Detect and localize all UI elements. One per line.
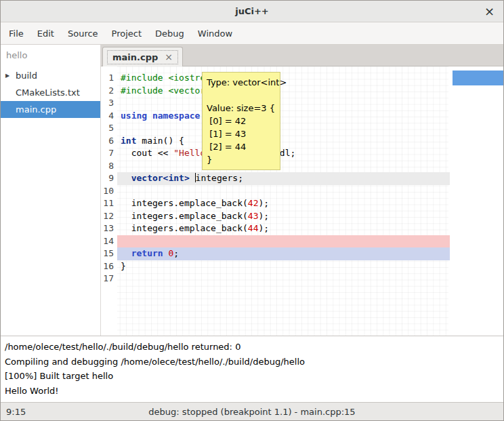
editor-column: main.cpp × 1#include <iostream>2#include…: [101, 45, 503, 336]
menu-file[interactable]: File: [2, 23, 30, 44]
line-number: 7: [101, 147, 117, 160]
status-debug-text: debug: stopped (breakpoint 1.1) - main.c…: [1, 407, 503, 417]
code-text: integers.emplace_back(42);: [117, 197, 450, 210]
line-number: 5: [101, 122, 117, 135]
code-text: using namespace std;: [117, 110, 450, 123]
code-line-3: 3: [101, 97, 503, 110]
tooltip-line: Value: size=3 {: [207, 102, 276, 115]
terminal-line: [100%] Built target hello: [5, 369, 499, 384]
line-number: 11: [101, 197, 117, 210]
code-line-4: 4using namespace std;: [101, 110, 503, 123]
project-name: hello: [1, 45, 100, 67]
code-line-15: 15 return 0;: [101, 247, 503, 260]
code-line-2: 2#include <vector>: [101, 85, 503, 98]
code-line-5: 5: [101, 122, 503, 135]
line-number: 16: [101, 260, 117, 273]
code-text: }: [117, 260, 450, 273]
output-terminal[interactable]: /home/olece/test/hello/./build/debug/hel…: [1, 336, 503, 402]
code-line-1: 1#include <iostream>: [101, 72, 503, 85]
tab-close-icon[interactable]: ×: [165, 52, 173, 62]
file-tree: ▶buildCMakeLists.txtmain.cpp: [1, 67, 100, 118]
code-editor[interactable]: 1#include <iostream>2#include <vector>34…: [101, 66, 503, 336]
line-number: 12: [101, 210, 117, 223]
code-text: int main() {: [117, 135, 450, 148]
sidebar-item-label: build: [16, 71, 37, 81]
code-text: return 0;: [117, 247, 450, 260]
tab-label: main.cpp: [112, 52, 158, 62]
status-bar: debug: stopped (breakpoint 1.1) - main.c…: [1, 402, 503, 420]
close-icon[interactable]: ×: [484, 5, 495, 18]
code-text: [117, 185, 450, 198]
line-number: 2: [101, 85, 117, 98]
titlebar: juCi++ ×: [1, 1, 503, 22]
code-text: integers.emplace_back(43);: [117, 210, 450, 223]
code-text: [117, 122, 450, 135]
code-line-12: 12 integers.emplace_back(43);: [101, 210, 503, 223]
line-number: 17: [101, 273, 117, 285]
sidebar-item-cmakelists-txt[interactable]: CMakeLists.txt: [1, 84, 100, 101]
status-time: 9:15: [1, 407, 26, 417]
line-number: 1: [101, 72, 117, 85]
line-number: 8: [101, 160, 117, 173]
main-area: hello ▶buildCMakeLists.txtmain.cpp main.…: [1, 45, 503, 336]
code-line-14: 14: [101, 235, 503, 248]
expander-icon[interactable]: ▶: [5, 73, 9, 79]
line-number: 6: [101, 135, 117, 148]
tab-main-cpp[interactable]: main.cpp ×: [102, 47, 183, 66]
tab-bar: main.cpp ×: [101, 45, 503, 66]
line-number: 14: [101, 235, 117, 248]
code-text: cout << "Hello World!" << endl;: [117, 147, 450, 160]
code-text: [117, 235, 450, 248]
sidebar-item-label: main.cpp: [16, 104, 56, 115]
line-number: 4: [101, 110, 117, 123]
tooltip-line: [2] = 44: [207, 140, 276, 153]
tooltip-line: Type: vector<int>: [207, 76, 276, 89]
menu-source[interactable]: Source: [61, 23, 105, 44]
code-line-11: 11 integers.emplace_back(42);: [101, 197, 503, 210]
menubar: FileEditSourceProjectDebugWindow: [1, 22, 503, 45]
window-title: juCi++: [235, 6, 269, 16]
menu-window[interactable]: Window: [191, 23, 239, 44]
code-lines: 1#include <iostream>2#include <vector>34…: [101, 72, 503, 285]
menu-project[interactable]: Project: [105, 23, 148, 44]
sidebar-item-build[interactable]: ▶build: [1, 67, 100, 84]
menu-debug[interactable]: Debug: [148, 23, 191, 44]
code-line-10: 10: [101, 185, 503, 198]
sidebar-item-label: CMakeLists.txt: [16, 87, 80, 98]
line-number: 15: [101, 247, 117, 260]
code-text: [117, 160, 450, 173]
tooltip-line: [207, 89, 276, 102]
scrollbar-thumb[interactable]: [453, 71, 503, 85]
app-window: juCi++ × FileEditSourceProjectDebugWindo…: [0, 0, 504, 421]
code-line-13: 13 integers.emplace_back(44);: [101, 222, 503, 235]
tooltip-line: }: [207, 153, 276, 166]
menu-edit[interactable]: Edit: [30, 23, 61, 44]
terminal-line: /home/olece/test/hello/./build/debug/hel…: [5, 340, 499, 355]
line-number: 10: [101, 185, 117, 198]
code-line-6: 6int main() {: [101, 135, 503, 148]
debug-value-tooltip: Type: vector<int> Value: size=3 { [0] = …: [202, 72, 280, 170]
code-line-8: 8: [101, 160, 503, 173]
tab-content: main.cpp ×: [107, 50, 178, 64]
code-text: [117, 97, 450, 110]
code-line-7: 7 cout << "Hello World!" << endl;: [101, 147, 503, 160]
tooltip-line: [1] = 43: [207, 127, 276, 140]
tooltip-line: [0] = 42: [207, 115, 276, 127]
code-text: [117, 273, 450, 285]
code-text: vector<int> integers;: [117, 172, 450, 185]
terminal-line: Compiling and debugging /home/olece/test…: [5, 355, 499, 369]
sidebar-item-main-cpp[interactable]: main.cpp: [1, 101, 100, 118]
line-number: 3: [101, 97, 117, 110]
code-line-17: 17: [101, 273, 503, 285]
line-number: 9: [101, 172, 117, 185]
code-line-9: 9 vector<int> integers;: [101, 172, 503, 185]
code-line-16: 16}: [101, 260, 503, 273]
terminal-line: Hello World!: [5, 384, 499, 399]
line-number: 13: [101, 222, 117, 235]
file-tree-sidebar: hello ▶buildCMakeLists.txtmain.cpp: [1, 45, 101, 336]
code-text: integers.emplace_back(44);: [117, 222, 450, 235]
